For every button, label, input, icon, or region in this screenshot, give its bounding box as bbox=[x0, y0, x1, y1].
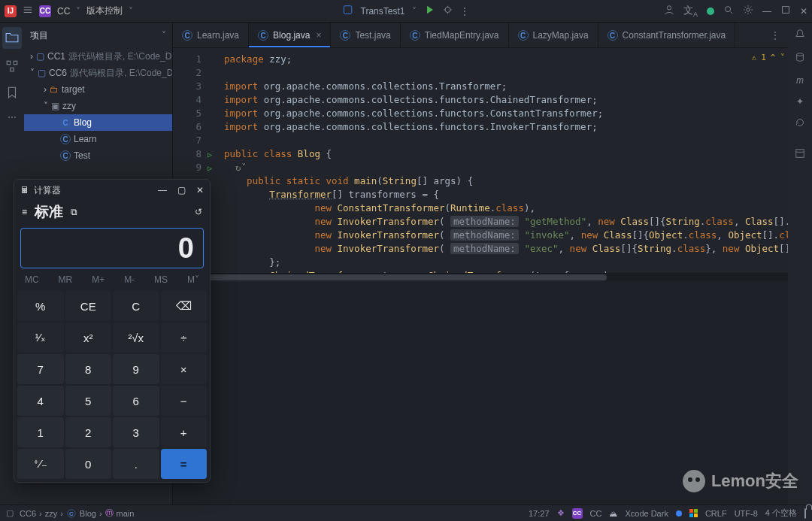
debug-icon[interactable] bbox=[442, 5, 453, 17]
status-indent[interactable]: 4 个空格 bbox=[765, 507, 797, 519]
chevron-down-icon[interactable]: ˅ bbox=[76, 6, 80, 17]
calc-mem-mr[interactable]: MR bbox=[59, 274, 73, 285]
svg-point-4 bbox=[747, 8, 750, 11]
status-theme[interactable]: Xcode Dark bbox=[625, 509, 668, 518]
tree-item-target[interactable]: ›🗀 target bbox=[24, 81, 172, 98]
status-dot-icon[interactable] bbox=[707, 8, 714, 15]
notifications-icon[interactable] bbox=[795, 29, 805, 41]
maven-icon[interactable]: m bbox=[796, 75, 804, 86]
more-icon[interactable]: ⋮ bbox=[460, 6, 469, 17]
class-icon: C bbox=[410, 30, 420, 41]
calc-key[interactable]: × bbox=[161, 354, 208, 384]
calc-key[interactable]: ÷ bbox=[161, 323, 208, 353]
tree-item-test[interactable]: C Test bbox=[24, 147, 172, 164]
horizontal-scrollbar[interactable] bbox=[173, 273, 788, 280]
database-icon[interactable] bbox=[795, 52, 805, 65]
layout-icon[interactable] bbox=[795, 148, 805, 161]
calc-key[interactable]: 4 bbox=[17, 386, 64, 416]
project-tool-icon[interactable]: ▢ bbox=[6, 508, 14, 518]
keep-on-top-icon[interactable]: ⧉ bbox=[71, 207, 77, 217]
calc-mem-m+[interactable]: M+ bbox=[92, 274, 105, 285]
calc-key[interactable]: ⁺⁄₋ bbox=[17, 449, 64, 479]
tree-item-blog[interactable]: C Blog bbox=[24, 114, 172, 131]
breadcrumb[interactable]: CC6 › zzy › CBlog › ⓜmain bbox=[20, 507, 134, 519]
calc-mem-ms[interactable]: MS bbox=[154, 274, 168, 285]
calc-key[interactable]: = bbox=[161, 449, 208, 479]
calc-key[interactable]: 2 bbox=[65, 417, 112, 447]
user-icon[interactable] bbox=[664, 5, 674, 17]
settings-icon[interactable] bbox=[743, 5, 753, 17]
calc-key[interactable]: 5 bbox=[65, 386, 112, 416]
tab-learn[interactable]: CLearn.java bbox=[173, 23, 249, 47]
chevron-down-icon[interactable]: ˅ bbox=[162, 30, 166, 41]
cpu-icon[interactable]: ❖ bbox=[557, 508, 565, 518]
calc-key[interactable]: ⌫ bbox=[161, 291, 208, 321]
run-config-name[interactable]: TransTest1 bbox=[361, 6, 405, 17]
search-icon[interactable] bbox=[723, 5, 734, 17]
hamburger-icon[interactable]: ≡ bbox=[22, 207, 27, 217]
tab-lazymap[interactable]: CLazyMap.java bbox=[509, 23, 598, 47]
ai-icon[interactable]: ✦ bbox=[796, 96, 804, 107]
lock-icon[interactable] bbox=[804, 509, 806, 518]
status-encoding[interactable]: UTF-8 bbox=[735, 509, 758, 518]
chevron-down-icon[interactable]: ˅ bbox=[129, 6, 133, 17]
code-content[interactable]: package zzy; import org.apache.commons.c… bbox=[208, 48, 788, 273]
calc-mem-m-[interactable]: M- bbox=[124, 274, 135, 285]
calculator-app-icon: 🖩 bbox=[20, 185, 29, 195]
calc-key[interactable]: 3 bbox=[113, 417, 159, 447]
calc-key[interactable]: ²√x bbox=[113, 323, 159, 353]
vcs-menu[interactable]: 版本控制 bbox=[86, 5, 123, 17]
status-cc[interactable]: CC bbox=[590, 509, 602, 518]
tree-item-learn[interactable]: C Learn bbox=[24, 131, 172, 147]
minimize-icon[interactable]: — bbox=[158, 185, 167, 195]
maximize-icon[interactable] bbox=[780, 5, 791, 17]
status-crlf[interactable]: CRLF bbox=[705, 509, 727, 518]
close-icon[interactable]: ✕ bbox=[196, 185, 204, 195]
run-icon[interactable] bbox=[424, 5, 435, 17]
close-icon[interactable]: × bbox=[316, 30, 321, 41]
tab-tiedmapentry[interactable]: CTiedMapEntry.java bbox=[401, 23, 509, 47]
chevron-down-icon[interactable]: ˅ bbox=[412, 6, 417, 17]
calculator-titlebar[interactable]: 🖩 计算器 — ▢ ✕ bbox=[14, 180, 210, 201]
calc-key[interactable]: % bbox=[17, 291, 64, 321]
bookmark-icon[interactable] bbox=[5, 86, 19, 101]
calc-mem-m˅[interactable]: M˅ bbox=[187, 274, 199, 285]
inspection-status[interactable]: ⚠ 1 ^ ˅ bbox=[752, 53, 786, 62]
calculator-keypad: %CEC⌫¹⁄ₓx²²√x÷789×456−123+⁺⁄₋0.= bbox=[14, 288, 210, 482]
more-icon[interactable]: ⋮ bbox=[762, 23, 788, 47]
close-icon[interactable]: ✕ bbox=[800, 6, 807, 17]
calc-key[interactable]: x² bbox=[65, 323, 112, 353]
calc-key[interactable]: 9 bbox=[113, 354, 159, 384]
tree-item-cc1[interactable]: ›▢ CC1 源代码根目录, E:\Code_Da bbox=[24, 48, 172, 65]
calc-key[interactable]: − bbox=[161, 386, 208, 416]
maximize-icon[interactable]: ▢ bbox=[177, 185, 186, 195]
translate-icon[interactable]: 文A bbox=[683, 4, 698, 18]
tree-item-zzy[interactable]: ˅▣ zzy bbox=[24, 98, 172, 114]
project-name[interactable]: CC bbox=[57, 6, 70, 17]
calculator-mode: 标准 bbox=[35, 202, 63, 222]
history-icon[interactable]: ↺ bbox=[195, 207, 202, 217]
calc-key[interactable]: C bbox=[113, 291, 159, 321]
tree-item-cc6[interactable]: ˅▢ CC6 源代码根目录, E:\Code_Da bbox=[24, 65, 172, 81]
calc-key[interactable]: 1 bbox=[17, 417, 64, 447]
tab-constanttransformer[interactable]: CConstantTransformer.java bbox=[598, 23, 736, 47]
calc-key[interactable]: CE bbox=[65, 291, 112, 321]
history-icon[interactable] bbox=[795, 117, 805, 130]
calc-key[interactable]: ¹⁄ₓ bbox=[17, 323, 64, 353]
code-area[interactable]: ⚠ 1 ^ ˅ 12345678▷9▷ package zzy; import … bbox=[173, 48, 788, 273]
calculator-window[interactable]: 🖩 计算器 — ▢ ✕ ≡ 标准 ⧉ ↺ 0 MCMRM+M-MSM˅ %CEC… bbox=[14, 179, 211, 483]
calc-key[interactable]: 7 bbox=[17, 354, 64, 384]
tab-test[interactable]: CTest.java bbox=[331, 23, 400, 47]
hamburger-icon[interactable] bbox=[23, 5, 33, 17]
structure-icon[interactable] bbox=[5, 59, 19, 75]
calc-key[interactable]: . bbox=[113, 449, 159, 479]
more-icon[interactable]: ⋯ bbox=[8, 112, 17, 123]
minimize-icon[interactable]: — bbox=[762, 6, 771, 17]
calc-key[interactable]: 8 bbox=[65, 354, 112, 384]
calc-key[interactable]: 6 bbox=[113, 386, 159, 416]
calc-key[interactable]: + bbox=[161, 417, 208, 447]
calc-mem-mc[interactable]: MC bbox=[25, 274, 39, 285]
folder-icon[interactable] bbox=[2, 27, 22, 49]
calc-key[interactable]: 0 bbox=[65, 449, 112, 479]
tab-blog[interactable]: CBlog.java× bbox=[249, 23, 331, 47]
